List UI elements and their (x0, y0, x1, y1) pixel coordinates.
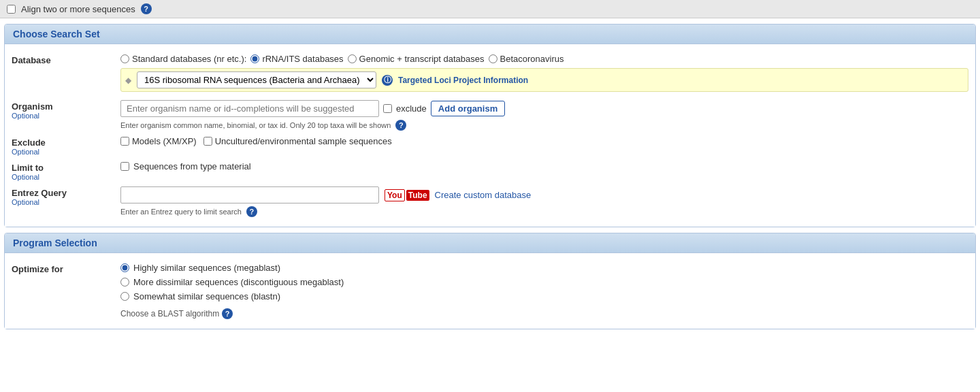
organism-optional: Optional (12, 112, 120, 120)
opt-discontiguous-option[interactable]: More dissimilar sequences (discontiguous… (120, 277, 968, 287)
db-beta-label: Betacoronavirus (500, 54, 564, 64)
organism-label: Organism Optional (12, 100, 120, 120)
opt-blastn-label: Somewhat similar sequences (blastn) (133, 291, 280, 301)
program-selection-panel: Program Selection Optimize for Highly si… (4, 233, 976, 329)
entrez-help-icon[interactable]: ? (246, 206, 257, 217)
limit-to-row: Limit to Optional Sequences from type ma… (5, 159, 975, 184)
entrez-hint: Enter an Entrez query to limit search ? (120, 206, 968, 217)
db-standard-label: Standard databases (nr etc.): (132, 54, 246, 64)
db-genomic-radio[interactable] (348, 54, 357, 63)
align-sequences-label: Align two or more sequences (21, 4, 135, 14)
exclude-optional: Optional (12, 148, 120, 156)
db-beta-option[interactable]: Betacoronavirus (489, 54, 564, 64)
targeted-loci-info-icon[interactable]: ⓘ (382, 75, 393, 86)
organism-row: Organism Optional exclude Add organism E… (5, 97, 975, 133)
choose-search-set-panel: Choose Search Set Database Standard data… (4, 24, 976, 227)
entrez-query-row: Entrez Query Optional YouTube Create cus… (5, 184, 975, 220)
blast-hint: Choose a BLAST algorithm ? (120, 308, 968, 319)
entrez-query-optional: Optional (12, 198, 120, 206)
db-standard-radio[interactable] (120, 54, 129, 63)
limit-to-optional: Optional (12, 173, 120, 181)
organism-content: exclude Add organism Enter organism comm… (120, 100, 968, 131)
database-row: Database Standard databases (nr etc.): r… (5, 51, 975, 97)
organism-hint: Enter organism common name, binomial, or… (120, 120, 968, 131)
optimize-for-content: Highly similar sequences (megablast) Mor… (120, 263, 968, 319)
align-sequences-checkbox[interactable] (7, 5, 16, 14)
database-label: Database (12, 54, 120, 65)
optimize-for-label: Optimize for (12, 263, 120, 274)
youtube-you: You (385, 189, 405, 201)
exclude-uncultured-label: Uncultured/environmental sample sequence… (215, 136, 392, 146)
opt-blastn-option[interactable]: Somewhat similar sequences (blastn) (120, 291, 968, 301)
exclude-row: Exclude Optional Models (XM/XP) Uncultur… (5, 133, 975, 159)
choose-search-set-body: Database Standard databases (nr etc.): r… (5, 44, 975, 227)
youtube-tube: Tube (406, 190, 429, 201)
organism-input[interactable] (120, 100, 379, 117)
organism-exclude-checkbox[interactable] (383, 104, 392, 113)
choose-search-set-title: Choose Search Set (13, 29, 967, 39)
db-beta-radio[interactable] (489, 54, 497, 63)
opt-megablast-label: Highly similar sequences (megablast) (133, 263, 280, 273)
top-align-bar: Align two or more sequences ? (0, 0, 980, 18)
limit-type-checkbox[interactable] (120, 162, 129, 171)
align-help-icon[interactable]: ? (141, 3, 152, 14)
entrez-input[interactable] (120, 186, 379, 203)
database-content: Standard databases (nr etc.): rRNA/ITS d… (120, 54, 968, 95)
exclude-models-checkbox[interactable] (120, 137, 129, 146)
db-rrna-radio[interactable] (250, 54, 259, 63)
blast-help-icon[interactable]: ? (222, 308, 233, 319)
add-organism-button[interactable]: Add organism (431, 101, 505, 116)
limit-type-option[interactable]: Sequences from type material (120, 161, 968, 172)
organism-help-icon[interactable]: ? (395, 120, 406, 131)
exclude-label: Exclude Optional (12, 136, 120, 156)
create-custom-db-link[interactable]: Create custom database (435, 190, 532, 200)
exclude-uncultured-option[interactable]: Uncultured/environmental sample sequence… (203, 136, 392, 146)
db-genomic-label: Genomic + transcript databases (359, 54, 485, 64)
entrez-query-label: Entrez Query Optional (12, 186, 120, 206)
opt-discontiguous-label: More dissimilar sequences (discontiguous… (133, 277, 344, 287)
choose-search-set-header: Choose Search Set (5, 24, 975, 44)
optimize-for-row: Optimize for Highly similar sequences (m… (5, 260, 975, 322)
db-standard-option[interactable]: Standard databases (nr etc.): (120, 54, 246, 64)
opt-megablast-option[interactable]: Highly similar sequences (megablast) (120, 263, 968, 273)
program-selection-title: Program Selection (13, 238, 967, 248)
db-select-row: ◆ 16S ribosomal RNA sequences (Bacteria … (120, 68, 968, 92)
entrez-input-row: YouTube Create custom database (120, 186, 968, 203)
opt-megablast-radio[interactable] (120, 263, 129, 272)
targeted-loci-link[interactable]: Targeted Loci Project Information (398, 76, 528, 85)
limit-to-content: Sequences from type material (120, 161, 968, 172)
db-rrna-label: rRNA/ITS databases (262, 54, 343, 64)
entrez-query-content: YouTube Create custom database Enter an … (120, 186, 968, 217)
organism-input-row: exclude Add organism (120, 100, 968, 117)
exclude-models-label: Models (XM/XP) (132, 136, 197, 146)
organism-exclude-label: exclude (396, 103, 427, 114)
limit-type-label: Sequences from type material (133, 161, 251, 172)
database-options: Standard databases (nr etc.): rRNA/ITS d… (120, 54, 968, 64)
exclude-uncultured-checkbox[interactable] (203, 137, 212, 146)
program-selection-header: Program Selection (5, 233, 975, 253)
db-rrna-option[interactable]: rRNA/ITS databases (250, 54, 343, 64)
youtube-badge: YouTube (385, 189, 429, 201)
opt-discontiguous-radio[interactable] (120, 278, 129, 287)
exclude-models-option[interactable]: Models (XM/XP) (120, 136, 197, 146)
db-select-dropdown[interactable]: 16S ribosomal RNA sequences (Bacteria an… (137, 71, 376, 88)
opt-blastn-radio[interactable] (120, 292, 129, 301)
db-genomic-option[interactable]: Genomic + transcript databases (348, 54, 485, 64)
limit-to-label: Limit to Optional (12, 161, 120, 181)
exclude-content: Models (XM/XP) Uncultured/environmental … (120, 136, 968, 146)
diamond-icon: ◆ (125, 76, 131, 85)
program-selection-body: Optimize for Highly similar sequences (m… (5, 253, 975, 329)
